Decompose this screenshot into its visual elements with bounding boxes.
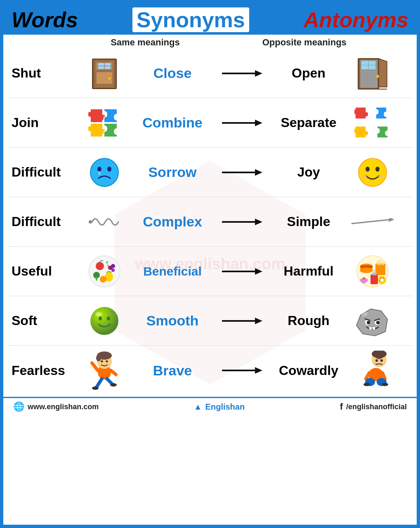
svg-point-46 bbox=[111, 269, 115, 272]
website-text: www.englishan.com bbox=[28, 403, 99, 411]
svg-line-66 bbox=[383, 278, 384, 278]
svg-marker-27 bbox=[255, 169, 262, 176]
opposite-meanings-label: Opposite meanings bbox=[262, 37, 347, 48]
svg-rect-57 bbox=[382, 261, 384, 265]
word-difficult-complex: Difficult bbox=[12, 214, 86, 229]
word-shut: Shut bbox=[12, 66, 86, 81]
facebook-icon: f bbox=[340, 401, 343, 412]
svg-point-24 bbox=[107, 167, 111, 172]
svg-marker-73 bbox=[255, 318, 262, 324]
antonym-simple: Simple bbox=[267, 214, 350, 229]
svg-rect-83 bbox=[373, 327, 375, 330]
svg-point-64 bbox=[380, 278, 384, 282]
svg-line-91 bbox=[92, 363, 98, 370]
svg-marker-98 bbox=[255, 367, 262, 374]
svg-point-96 bbox=[110, 383, 117, 387]
svg-point-79 bbox=[376, 321, 380, 324]
footer: 🌐 www.englishan.com ▲ Englishan f /engli… bbox=[3, 397, 417, 415]
svg-point-29 bbox=[366, 167, 370, 172]
icon-scared-kid bbox=[350, 351, 395, 390]
antonym-harmful: Harmful bbox=[267, 264, 350, 279]
svg-line-93 bbox=[96, 379, 102, 388]
svg-point-32 bbox=[378, 175, 384, 178]
svg-line-107 bbox=[366, 373, 369, 379]
svg-point-112 bbox=[382, 383, 388, 386]
icon-brave-kid bbox=[86, 351, 123, 390]
icon-happy-face bbox=[350, 158, 395, 187]
svg-point-103 bbox=[375, 359, 378, 362]
svg-point-45 bbox=[111, 264, 115, 268]
antonym-cowardly: Cowardly bbox=[267, 363, 350, 378]
arrow-complex bbox=[222, 216, 267, 228]
svg-point-89 bbox=[101, 361, 103, 363]
svg-point-90 bbox=[106, 361, 108, 363]
brand-icon: ▲ bbox=[194, 402, 202, 412]
antonym-open: Open bbox=[267, 66, 350, 81]
svg-rect-55 bbox=[377, 260, 379, 265]
row-sorrow: Difficult Sorrow Joy bbox=[7, 148, 413, 197]
svg-point-62 bbox=[363, 277, 365, 280]
svg-marker-37 bbox=[389, 218, 394, 222]
svg-point-39 bbox=[96, 262, 104, 270]
antonym-separate: Separate bbox=[267, 115, 350, 130]
icon-puzzle-joined bbox=[86, 107, 123, 139]
same-meanings-label: Same meanings bbox=[111, 37, 180, 48]
arrow-beneficial bbox=[222, 266, 267, 277]
svg-point-53 bbox=[360, 267, 373, 273]
arrow-sorrow bbox=[222, 167, 267, 178]
svg-line-65 bbox=[380, 278, 381, 278]
footer-social: f /englishanofficial bbox=[340, 401, 407, 412]
icon-door-open bbox=[350, 57, 395, 90]
word-difficult-sorrow: Difficult bbox=[12, 165, 86, 180]
footer-brand: ▲ Englishan bbox=[194, 402, 245, 412]
svg-point-78 bbox=[367, 321, 370, 324]
svg-point-31 bbox=[361, 175, 367, 178]
row-brave: Fearless bbox=[7, 346, 413, 395]
content-area: Shut Close bbox=[3, 49, 417, 395]
svg-rect-56 bbox=[380, 259, 381, 265]
synonym-sorrow: Sorrow bbox=[123, 164, 222, 180]
svg-point-28 bbox=[359, 158, 387, 186]
svg-marker-48 bbox=[255, 268, 262, 275]
svg-rect-41 bbox=[96, 277, 97, 280]
svg-line-67 bbox=[380, 280, 380, 281]
header: Words Synonyms Antonyms bbox=[3, 3, 417, 35]
synonym-complex: Complex bbox=[123, 214, 222, 230]
svg-point-111 bbox=[363, 383, 370, 386]
footer-website: 🌐 www.englishan.com bbox=[13, 401, 99, 412]
svg-point-23 bbox=[97, 167, 101, 172]
svg-rect-17 bbox=[361, 61, 376, 70]
antonym-rough: Rough bbox=[267, 313, 350, 328]
subheader: Same meanings Opposite meanings bbox=[3, 35, 417, 49]
svg-point-105 bbox=[375, 362, 377, 365]
svg-point-71 bbox=[95, 312, 102, 316]
svg-marker-12 bbox=[379, 59, 387, 87]
svg-marker-21 bbox=[255, 120, 262, 126]
svg-rect-58 bbox=[370, 274, 378, 284]
synonyms-label: Synonyms bbox=[132, 7, 249, 32]
icon-junk-food bbox=[350, 255, 395, 288]
icon-green-ball bbox=[86, 306, 123, 336]
arrow-join bbox=[222, 117, 267, 129]
svg-point-68 bbox=[90, 307, 118, 335]
row-complex: Difficult Complex Simple bbox=[7, 197, 413, 247]
row-smooth: Soft Smooth bbox=[7, 296, 413, 346]
synonym-brave: Brave bbox=[123, 363, 222, 379]
svg-rect-59 bbox=[372, 273, 377, 275]
icon-fruits bbox=[86, 255, 123, 288]
arrow-smooth bbox=[222, 315, 267, 327]
synonym-beneficial: Beneficial bbox=[123, 264, 222, 278]
svg-marker-10 bbox=[255, 70, 262, 77]
icon-dash-line bbox=[350, 216, 395, 228]
synonym-close: Close bbox=[123, 65, 222, 81]
svg-point-18 bbox=[376, 75, 379, 78]
svg-marker-35 bbox=[255, 219, 262, 225]
antonym-joy: Joy bbox=[267, 165, 350, 180]
svg-point-30 bbox=[375, 167, 380, 172]
svg-line-108 bbox=[382, 373, 385, 379]
words-label: Words bbox=[12, 7, 78, 32]
arrow-brave bbox=[222, 365, 267, 376]
svg-point-25 bbox=[98, 171, 101, 175]
synonym-combine: Combine bbox=[123, 115, 222, 131]
word-soft: Soft bbox=[12, 313, 86, 328]
